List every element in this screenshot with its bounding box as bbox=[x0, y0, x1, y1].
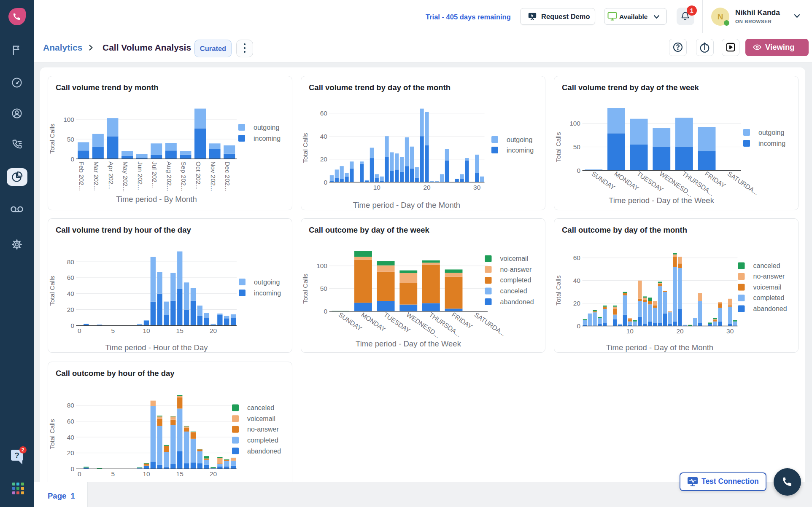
svg-text:20: 20 bbox=[320, 156, 327, 163]
svg-text:10: 10 bbox=[626, 327, 634, 335]
svg-text:20: 20 bbox=[423, 183, 431, 190]
svg-text:Time period - Day of the Month: Time period - Day of the Month bbox=[353, 201, 460, 209]
svg-text:60: 60 bbox=[320, 110, 327, 117]
svg-text:Total Calls: Total Calls bbox=[302, 133, 309, 163]
svg-text:50: 50 bbox=[67, 135, 74, 142]
svg-text:0: 0 bbox=[70, 465, 74, 472]
svg-text:0: 0 bbox=[70, 322, 74, 329]
svg-text:0: 0 bbox=[577, 166, 580, 174]
svg-text:0: 0 bbox=[324, 308, 327, 315]
svg-text:Nov 202...: Nov 202... bbox=[209, 161, 216, 191]
svg-text:20: 20 bbox=[67, 306, 74, 313]
svg-text:20: 20 bbox=[67, 449, 74, 456]
svg-text:May 202...: May 202... bbox=[122, 161, 129, 192]
svg-text:Call volume trend by month: Call volume trend by month bbox=[56, 83, 159, 92]
svg-text:100: 100 bbox=[569, 120, 580, 127]
svg-text:60: 60 bbox=[67, 274, 74, 281]
svg-text:20: 20 bbox=[676, 327, 684, 335]
svg-text:completed: completed bbox=[500, 276, 531, 284]
svg-text:10: 10 bbox=[373, 183, 380, 190]
svg-text:SATURDA...: SATURDA... bbox=[726, 170, 760, 196]
svg-text:canceled: canceled bbox=[753, 262, 780, 269]
svg-text:canceled: canceled bbox=[247, 404, 274, 411]
svg-text:no-answer: no-answer bbox=[500, 266, 531, 273]
svg-text:Mar 202...: Mar 202... bbox=[92, 161, 100, 191]
svg-text:0: 0 bbox=[324, 178, 327, 185]
svg-text:Call outcome by hour of the da: Call outcome by hour of the day bbox=[56, 369, 175, 378]
svg-text:15: 15 bbox=[176, 327, 183, 334]
svg-text:50: 50 bbox=[320, 285, 327, 292]
svg-text:40: 40 bbox=[320, 132, 327, 139]
svg-text:voicemail: voicemail bbox=[500, 255, 528, 262]
svg-text:20: 20 bbox=[573, 300, 580, 307]
svg-text:Total Calls: Total Calls bbox=[49, 123, 56, 154]
svg-text:Time period - Day of the Month: Time period - Day of the Month bbox=[606, 343, 713, 352]
svg-text:Total Calls: Total Calls bbox=[49, 419, 56, 449]
svg-text:Apr 202...: Apr 202... bbox=[107, 161, 114, 190]
svg-text:completed: completed bbox=[247, 437, 278, 444]
svg-text:Feb 202...: Feb 202... bbox=[78, 161, 85, 191]
svg-text:MONDAY: MONDAY bbox=[613, 170, 640, 192]
svg-text:SUNDAY: SUNDAY bbox=[337, 311, 363, 332]
svg-text:Time period - Day of the Week: Time period - Day of the Week bbox=[609, 196, 715, 205]
svg-text:Total Calls: Total Calls bbox=[49, 276, 56, 306]
svg-text:abandoned: abandoned bbox=[247, 447, 281, 454]
svg-text:Call volume trend by day of th: Call volume trend by day of the week bbox=[562, 83, 699, 92]
svg-text:completed: completed bbox=[753, 294, 784, 301]
svg-text:30: 30 bbox=[473, 183, 481, 190]
svg-text:Oct 202...: Oct 202... bbox=[195, 161, 202, 190]
svg-text:Call volume trend by hour of t: Call volume trend by hour of the day bbox=[56, 225, 191, 234]
svg-text:0: 0 bbox=[78, 327, 81, 334]
svg-text:outgoing: outgoing bbox=[254, 278, 280, 285]
svg-text:Total Calls: Total Calls bbox=[302, 274, 309, 304]
svg-text:0: 0 bbox=[70, 155, 74, 162]
svg-text:no-answer: no-answer bbox=[247, 426, 279, 433]
svg-text:Jun 202...: Jun 202... bbox=[136, 161, 143, 190]
svg-text:outgoing: outgoing bbox=[254, 123, 279, 131]
svg-text:Total Calls: Total Calls bbox=[555, 275, 562, 306]
svg-text:20: 20 bbox=[209, 470, 217, 477]
svg-text:Jul 202...: Jul 202... bbox=[151, 161, 158, 188]
svg-text:abandoned: abandoned bbox=[753, 305, 787, 312]
svg-text:Time period - Hour of the Day: Time period - Hour of the Day bbox=[105, 343, 208, 352]
svg-text:incoming: incoming bbox=[254, 289, 281, 296]
svg-text:0: 0 bbox=[577, 322, 580, 330]
svg-text:Aug 202...: Aug 202... bbox=[165, 161, 173, 191]
svg-text:incoming: incoming bbox=[507, 146, 534, 153]
svg-text:voicemail: voicemail bbox=[247, 415, 275, 422]
svg-text:outgoing: outgoing bbox=[507, 136, 532, 143]
svg-text:no-answer: no-answer bbox=[753, 273, 785, 280]
svg-text:SATURDA...: SATURDA... bbox=[473, 311, 507, 337]
svg-text:30: 30 bbox=[726, 327, 734, 335]
svg-text:50: 50 bbox=[573, 143, 580, 150]
svg-text:Dec 202...: Dec 202... bbox=[224, 161, 231, 191]
svg-text:80: 80 bbox=[67, 258, 74, 265]
svg-text:100: 100 bbox=[316, 262, 327, 269]
svg-text:0: 0 bbox=[78, 470, 81, 477]
svg-text:outgoing: outgoing bbox=[758, 129, 784, 136]
svg-text:10: 10 bbox=[143, 327, 150, 334]
svg-text:voicemail: voicemail bbox=[753, 283, 781, 290]
svg-text:Time period - By Month: Time period - By Month bbox=[116, 195, 197, 204]
svg-text:20: 20 bbox=[209, 327, 217, 334]
svg-text:incoming: incoming bbox=[758, 139, 785, 147]
svg-text:Time period - Day of the Week: Time period - Day of the Week bbox=[356, 339, 461, 348]
svg-text:40: 40 bbox=[67, 290, 74, 297]
svg-text:Call outcome by day of the wee: Call outcome by day of the week bbox=[309, 225, 430, 234]
svg-text:15: 15 bbox=[176, 470, 183, 477]
svg-text:Call volume trend by day of th: Call volume trend by day of the month bbox=[309, 83, 451, 92]
svg-text:canceled: canceled bbox=[500, 287, 527, 295]
svg-text:60: 60 bbox=[67, 418, 74, 425]
svg-text:40: 40 bbox=[67, 433, 74, 440]
svg-text:Call outcome by day of the mon: Call outcome by day of the month bbox=[562, 225, 687, 234]
svg-text:40: 40 bbox=[573, 277, 580, 284]
svg-text:10: 10 bbox=[143, 470, 150, 477]
svg-text:abandoned: abandoned bbox=[500, 298, 534, 305]
svg-text:MONDAY: MONDAY bbox=[360, 311, 387, 333]
svg-text:5: 5 bbox=[111, 327, 115, 334]
svg-text:60: 60 bbox=[573, 254, 580, 261]
svg-text:80: 80 bbox=[67, 402, 74, 409]
svg-text:SUNDAY: SUNDAY bbox=[590, 170, 616, 191]
svg-text:5: 5 bbox=[111, 470, 115, 477]
svg-text:incoming: incoming bbox=[254, 134, 281, 142]
